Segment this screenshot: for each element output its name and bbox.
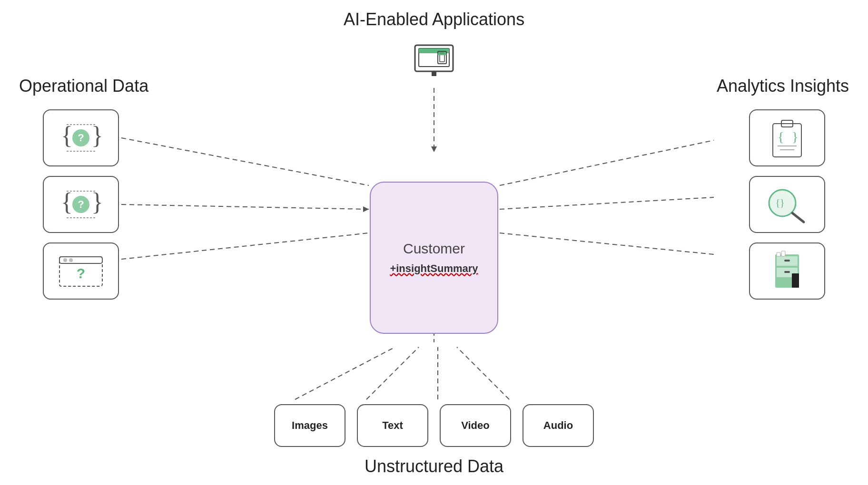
svg-rect-54	[784, 271, 790, 273]
svg-point-38	[69, 258, 73, 262]
left-section-label: Operational Data	[19, 76, 148, 96]
svg-line-12	[500, 140, 714, 185]
svg-line-13	[500, 197, 714, 209]
left-operational-boxes: { ? } { ? }	[43, 109, 119, 300]
video-box: Video	[440, 404, 511, 447]
bottom-data-boxes: Images Text Video Audio	[274, 404, 594, 447]
svg-marker-11	[363, 206, 369, 212]
left-box-2: { ? }	[43, 176, 119, 233]
window-icon: ?	[55, 250, 107, 292]
bottom-section-label: Unstructured Data	[365, 456, 503, 476]
svg-line-4	[295, 347, 395, 399]
svg-text:{}: {}	[775, 197, 784, 208]
db-icon-1: { ? }	[57, 119, 105, 157]
text-box: Text	[357, 404, 428, 447]
svg-rect-22	[438, 53, 446, 55]
db-icon-2: { ? }	[57, 185, 105, 223]
svg-text:}: }	[792, 129, 798, 144]
svg-marker-1	[431, 146, 437, 152]
svg-text:}: }	[91, 188, 103, 215]
right-box-2: {}	[749, 176, 825, 233]
svg-text:?: ?	[78, 132, 84, 144]
svg-line-7	[457, 347, 509, 399]
svg-text:{: {	[778, 129, 784, 144]
right-section-label: Analytics Insights	[717, 76, 849, 96]
svg-text:}: }	[91, 122, 103, 149]
svg-line-10	[121, 233, 369, 259]
images-box: Images	[274, 404, 345, 447]
center-customer-box: Customer +insightSummary	[370, 182, 498, 334]
insight-summary-label: +insightSummary	[390, 262, 478, 275]
clipboard-code-icon: { }	[763, 116, 811, 159]
right-box-1: { }	[749, 109, 825, 166]
svg-text:{: {	[61, 122, 73, 149]
svg-text:?: ?	[77, 265, 85, 281]
right-box-3	[749, 242, 825, 300]
svg-line-8	[121, 138, 369, 185]
diagram-container: AI-Enabled Applications Operational Data…	[0, 0, 868, 485]
svg-point-37	[63, 258, 67, 262]
search-code-icon: {}	[761, 183, 813, 226]
left-box-1: { ? }	[43, 109, 119, 166]
svg-rect-56	[777, 252, 780, 256]
monitor-svg	[405, 19, 463, 76]
ai-app-icon	[405, 19, 463, 76]
filing-cabinet-icon	[763, 250, 811, 292]
customer-label: Customer	[403, 241, 465, 257]
svg-line-14	[500, 233, 714, 254]
svg-text:{: {	[61, 188, 73, 215]
audio-box: Audio	[523, 404, 594, 447]
svg-rect-52	[784, 260, 790, 262]
svg-rect-57	[781, 251, 785, 256]
right-analytics-boxes: { } {}	[749, 109, 825, 300]
svg-line-48	[792, 213, 804, 222]
svg-text:?: ?	[78, 198, 84, 210]
svg-rect-55	[792, 273, 799, 288]
svg-line-5	[366, 347, 419, 399]
svg-line-9	[121, 204, 369, 209]
left-box-3: ?	[43, 242, 119, 300]
svg-rect-18	[432, 71, 436, 76]
